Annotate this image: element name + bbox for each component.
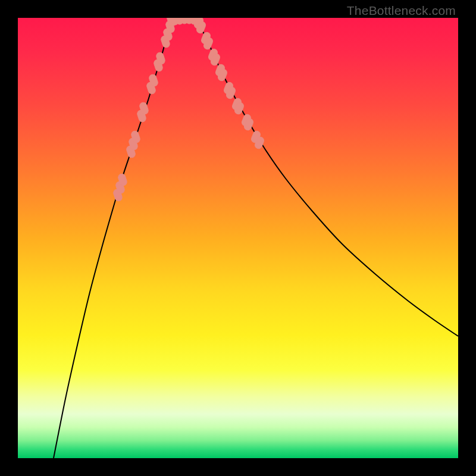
bottleneck-curve: [54, 18, 458, 458]
bottleneck-curve-plot: [18, 18, 458, 458]
marker-group: [112, 18, 265, 202]
curve-group: [54, 18, 458, 458]
watermark-text: TheBottleneck.com: [347, 4, 456, 18]
chart-frame: [18, 18, 458, 458]
